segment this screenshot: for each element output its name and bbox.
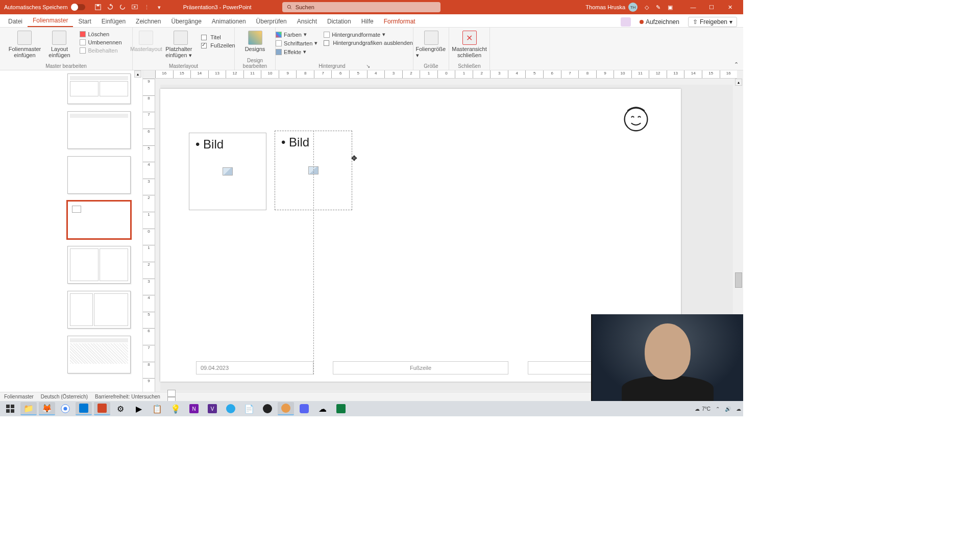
- tab-uebergaenge[interactable]: Übergänge: [166, 16, 206, 27]
- scroll-thumb[interactable]: [735, 272, 742, 288]
- layout-thumb-5[interactable]: [67, 246, 131, 284]
- minimize-button[interactable]: —: [684, 0, 702, 14]
- explorer-icon[interactable]: 📁: [20, 402, 37, 415]
- hide-bg-graphics-checkbox[interactable]: Hintergrundgrafiken ausblenden: [323, 39, 414, 46]
- slide-size-button[interactable]: Foliengröße ▾: [416, 29, 447, 59]
- share-icon: ⇧: [693, 18, 698, 26]
- layout-thumb-4-selected[interactable]: [67, 201, 131, 239]
- weather-widget[interactable]: ☁ 7°C: [695, 406, 710, 412]
- share-button[interactable]: ⇧ Freigeben ▾: [688, 17, 737, 27]
- record-button[interactable]: Aufzeichnen: [636, 17, 683, 27]
- background-styles-button[interactable]: Hintergrundformate ▾: [323, 31, 414, 38]
- accessibility-button[interactable]: Barrierefreiheit: Untersuchen: [95, 394, 160, 399]
- temperature: 7°C: [702, 406, 710, 412]
- from-beginning-icon[interactable]: [131, 4, 138, 11]
- effects-button[interactable]: Effekte ▾: [275, 48, 318, 56]
- app-icon-6[interactable]: ☁: [314, 402, 331, 415]
- layout-thumb-7[interactable]: [67, 336, 131, 373]
- app-icon-2[interactable]: 📋: [149, 402, 165, 415]
- close-master-view-button[interactable]: ✕ Masteransicht schließen: [454, 29, 485, 58]
- layout-thumb-2[interactable]: [67, 111, 131, 149]
- discord-icon[interactable]: [296, 402, 312, 415]
- app-icon-5[interactable]: [278, 402, 294, 415]
- telegram-icon[interactable]: [223, 402, 239, 415]
- app-icon-3[interactable]: 💡: [167, 402, 184, 415]
- undo-icon[interactable]: [107, 4, 114, 11]
- tab-zeichnen[interactable]: Zeichnen: [131, 16, 166, 27]
- footers-checkbox[interactable]: Fußzeilen: [200, 42, 236, 49]
- layout-thumb-3[interactable]: [67, 156, 131, 194]
- fonts-button[interactable]: Schriftarten ▾: [275, 39, 318, 47]
- thumb-scroll-up[interactable]: ▴: [134, 70, 141, 78]
- firefox-icon[interactable]: 🦊: [39, 402, 55, 415]
- delete-button[interactable]: Löschen: [79, 31, 122, 38]
- autosave-switch[interactable]: [71, 4, 85, 10]
- maximize-button[interactable]: ☐: [702, 0, 721, 14]
- vlc-icon[interactable]: ▶: [131, 402, 147, 415]
- onenote-icon[interactable]: N: [186, 402, 202, 415]
- collapse-ribbon-button[interactable]: ⌃: [734, 28, 743, 70]
- coming-soon-icon[interactable]: ◇: [645, 4, 649, 11]
- rename-button[interactable]: Umbenennen: [79, 39, 122, 46]
- layout-thumb-1[interactable]: [67, 73, 131, 104]
- teams-share-icon[interactable]: [621, 17, 631, 27]
- chrome-icon[interactable]: [57, 402, 74, 415]
- obs-icon[interactable]: [259, 402, 276, 415]
- horizontal-ruler: 1615141312111098765432101234567891011121…: [155, 70, 737, 79]
- redo-icon[interactable]: [119, 4, 126, 11]
- insert-placeholder-button[interactable]: Platzhalter einfügen ▾: [165, 29, 196, 59]
- app-icon-4[interactable]: 📄: [241, 402, 257, 415]
- placeholder-text-1: Bild: [189, 133, 266, 156]
- search-box[interactable]: Suchen: [282, 2, 440, 12]
- date-placeholder[interactable]: 09.04.2023: [196, 361, 313, 374]
- autosave-toggle[interactable]: Automatisches Speichern: [4, 4, 85, 10]
- tab-dictation[interactable]: Dictation: [322, 16, 356, 27]
- insert-slide-master-button[interactable]: Folienmaster einfügen: [9, 29, 40, 58]
- excel-icon[interactable]: [333, 402, 349, 415]
- picture-placeholder-1[interactable]: Bild: [189, 133, 266, 210]
- preserve-button: Beibehalten: [79, 47, 122, 54]
- themes-button[interactable]: Designs: [240, 29, 271, 52]
- start-button[interactable]: [2, 402, 18, 415]
- weather-icon: ☁: [695, 406, 700, 412]
- outlook-icon[interactable]: [76, 402, 92, 415]
- visual-studio-icon[interactable]: V: [204, 402, 220, 415]
- ribbon: Folienmaster einfügen Layout einfügen Lö…: [0, 28, 743, 70]
- svg-rect-8: [6, 409, 10, 413]
- normal-view-button[interactable]: [167, 390, 176, 397]
- title-checkbox[interactable]: Titel: [200, 34, 236, 41]
- master-layout-button: Masterlayout: [131, 29, 161, 52]
- powerpoint-icon[interactable]: [94, 402, 110, 415]
- tab-datei[interactable]: Datei: [3, 16, 28, 27]
- save-icon[interactable]: [94, 4, 102, 11]
- dialog-launcher-icon[interactable]: ↘: [366, 63, 370, 69]
- scroll-up-icon[interactable]: ▴: [735, 79, 742, 86]
- tray-expand-icon[interactable]: ⌃: [716, 406, 720, 412]
- themes-icon: [248, 31, 262, 45]
- qat-dropdown-icon[interactable]: ▾: [156, 4, 163, 11]
- search-placeholder: Suchen: [296, 4, 314, 10]
- close-button[interactable]: ✕: [721, 0, 739, 14]
- rename-icon: [80, 39, 86, 45]
- layout-thumb-6[interactable]: [67, 291, 131, 329]
- window-options-icon[interactable]: ▣: [668, 4, 673, 11]
- tray-icon-2[interactable]: ☁: [736, 406, 741, 412]
- tray-icon-1[interactable]: 🔊: [725, 406, 731, 412]
- footer-placeholder[interactable]: Fußzeile: [333, 361, 508, 374]
- tab-formformat[interactable]: Formformat: [379, 16, 421, 27]
- tab-einfuegen[interactable]: Einfügen: [96, 16, 131, 27]
- account-button[interactable]: Thomas Hruska TH: [585, 3, 638, 12]
- tab-ueberpruefen[interactable]: Überprüfen: [251, 16, 292, 27]
- language-button[interactable]: Deutsch (Österreich): [41, 394, 88, 399]
- insert-layout-button[interactable]: Layout einfügen: [44, 29, 75, 58]
- tab-ansicht[interactable]: Ansicht: [292, 16, 322, 27]
- qat-more-icon[interactable]: ⋮: [143, 4, 151, 11]
- smiley-shape[interactable]: [622, 104, 650, 133]
- tab-folienmaster[interactable]: Folienmaster: [28, 15, 73, 27]
- tab-hilfe[interactable]: Hilfe: [356, 16, 379, 27]
- tab-animationen[interactable]: Animationen: [207, 16, 251, 27]
- colors-button[interactable]: Farben ▾: [275, 31, 318, 38]
- pen-settings-icon[interactable]: ✎: [656, 4, 660, 11]
- app-icon-1[interactable]: ⚙: [112, 402, 129, 415]
- tab-start[interactable]: Start: [73, 16, 96, 27]
